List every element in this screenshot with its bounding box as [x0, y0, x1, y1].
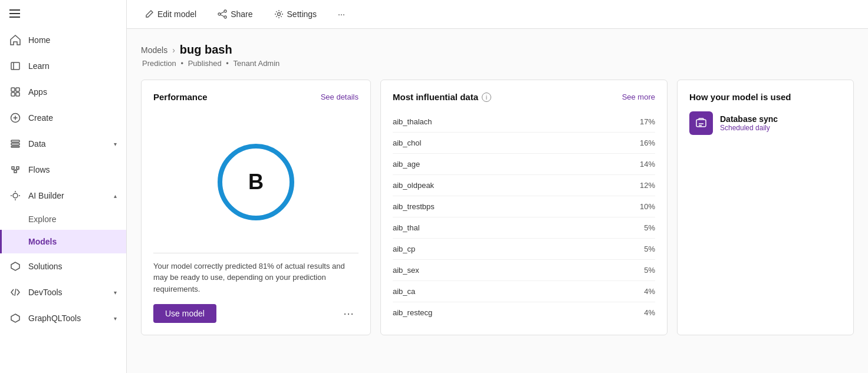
- graphqltools-icon: [9, 312, 21, 324]
- influential-list-item: aib_age 14%: [393, 154, 655, 175]
- flows-icon: [9, 164, 21, 176]
- sidebar-explore-label: Explore: [28, 214, 56, 224]
- influential-rows: aib_thalach 17% aib_chol 16% aib_age 14%…: [393, 111, 655, 323]
- sidebar-home-label: Home: [28, 35, 50, 45]
- sidebar-item-apps[interactable]: Apps: [0, 79, 126, 105]
- sidebar-ai-builder-label: AI Builder: [28, 191, 64, 200]
- subtitle-admin: Tenant Admin: [234, 59, 280, 68]
- data-icon: [9, 138, 21, 150]
- influential-card-header: Most influential data i See more: [393, 92, 655, 102]
- share-button[interactable]: Share: [214, 7, 256, 21]
- performance-card: Performance See details B Your model cor…: [141, 80, 371, 335]
- see-more-link[interactable]: See more: [622, 93, 655, 101]
- influential-item-name: aib_cp: [393, 245, 415, 253]
- sidebar-item-home[interactable]: Home: [0, 27, 126, 53]
- db-sync-label: Database sync: [720, 114, 778, 124]
- influential-item-pct: 16%: [640, 138, 655, 147]
- edit-icon: [144, 9, 154, 19]
- influential-item-pct: 4%: [644, 308, 655, 317]
- svg-point-12: [218, 13, 221, 15]
- svg-rect-3: [11, 93, 15, 96]
- sidebar-item-create[interactable]: Create: [0, 105, 126, 131]
- sidebar-item-devtools[interactable]: DevTools ▾: [0, 279, 126, 305]
- sidebar-solutions-label: Solutions: [28, 262, 63, 271]
- influential-list-item: aib_sex 5%: [393, 260, 655, 281]
- influential-item-name: aib_thalach: [393, 117, 432, 126]
- influential-item-pct: 4%: [644, 287, 655, 296]
- influential-item-name: aib_oldpeak: [393, 181, 434, 190]
- influential-list-item: aib_thalach 17%: [393, 111, 655, 133]
- svg-rect-4: [16, 93, 19, 96]
- settings-label: Settings: [287, 9, 317, 19]
- influential-list-item: aib_ca 4%: [393, 281, 655, 302]
- performance-more-options-button[interactable]: ⋯: [338, 305, 359, 322]
- sidebar-item-explore[interactable]: Explore: [0, 209, 126, 230]
- settings-button[interactable]: Settings: [271, 7, 321, 21]
- influential-item-pct: 14%: [640, 160, 655, 169]
- use-model-button[interactable]: Use model: [153, 304, 216, 323]
- influential-list-item: aib_oldpeak 12%: [393, 175, 655, 196]
- data-chevron-icon: ▾: [114, 141, 117, 147]
- cards-row: Performance See details B Your model cor…: [141, 80, 854, 335]
- edit-model-button[interactable]: Edit model: [141, 7, 200, 21]
- create-icon: [9, 112, 21, 124]
- page-subtitle: Prediction • Published • Tenant Admin: [141, 59, 854, 68]
- sidebar-devtools-label: DevTools: [28, 288, 63, 297]
- usage-card: How your model is used Database sync Sch…: [677, 80, 854, 335]
- db-sync-item[interactable]: Database sync Scheduled daily: [689, 111, 841, 135]
- subtitle-published: Published: [188, 59, 222, 68]
- influential-item-pct: 12%: [640, 181, 655, 190]
- influential-item-name: aib_ca: [393, 287, 415, 296]
- influential-item-pct: 10%: [640, 202, 655, 211]
- sidebar-item-ai-builder[interactable]: AI Builder ▴: [0, 183, 126, 209]
- more-options-toolbar-label: ···: [338, 9, 345, 19]
- hamburger-menu-icon[interactable]: [9, 9, 20, 18]
- sidebar-create-label: Create: [28, 113, 53, 123]
- more-options-dots: ⋯: [343, 308, 354, 319]
- svg-rect-2: [16, 88, 19, 91]
- breadcrumb-parent[interactable]: Models: [141, 45, 167, 55]
- main-content: Edit model Share Settings ··· Models: [127, 0, 868, 373]
- performance-card-title: Performance: [153, 92, 208, 102]
- sidebar-item-solutions[interactable]: Solutions: [0, 253, 126, 279]
- share-icon: [218, 9, 227, 19]
- performance-description: Your model correctly predicted 81% of ac…: [153, 253, 359, 295]
- svg-rect-8: [11, 146, 19, 147]
- influential-list-item: aib_cp 5%: [393, 239, 655, 260]
- learn-icon: [9, 60, 21, 72]
- influential-list-item: aib_trestbps 10%: [393, 196, 655, 217]
- sidebar-data-label: Data: [28, 139, 46, 148]
- influential-item-name: aib_restecg: [393, 308, 432, 317]
- sidebar-item-graphqltools[interactable]: GraphQLTools ▾: [0, 305, 126, 331]
- influential-item-pct: 5%: [644, 266, 655, 275]
- sidebar-item-data[interactable]: Data ▾: [0, 131, 126, 157]
- devtools-chevron-icon: ▾: [114, 289, 117, 296]
- svg-point-9: [13, 193, 18, 198]
- influential-item-pct: 17%: [640, 117, 655, 126]
- sidebar-flows-label: Flows: [28, 165, 50, 174]
- info-icon[interactable]: i: [482, 93, 491, 102]
- sidebar-item-models[interactable]: Models: [0, 230, 126, 253]
- influential-item-name: aib_trestbps: [393, 202, 435, 211]
- performance-circle-container: B: [153, 111, 359, 253]
- influential-item-name: aib_sex: [393, 266, 419, 275]
- influential-list-item: aib_chol 16%: [393, 133, 655, 154]
- performance-grade-circle: B: [218, 144, 294, 220]
- more-options-toolbar-button[interactable]: ···: [334, 7, 348, 21]
- sidebar-header: [0, 0, 126, 27]
- sidebar-models-label: Models: [28, 237, 57, 246]
- db-sync-sub: Scheduled daily: [720, 124, 778, 132]
- apps-icon: [9, 86, 21, 98]
- influential-item-name: aib_chol: [393, 138, 421, 147]
- ai-builder-chevron-icon: ▴: [114, 193, 117, 199]
- subtitle-prediction: Prediction: [142, 59, 176, 68]
- performance-card-header: Performance See details: [153, 92, 359, 102]
- influential-list-item: aib_restecg 4%: [393, 302, 655, 323]
- usage-card-title: How your model is used: [689, 92, 791, 102]
- sidebar-item-flows[interactable]: Flows: [0, 157, 126, 183]
- devtools-icon: [9, 286, 21, 298]
- see-details-link[interactable]: See details: [321, 93, 359, 101]
- sidebar: Home Learn Apps: [0, 0, 127, 373]
- sidebar-item-learn[interactable]: Learn: [0, 53, 126, 79]
- performance-grade: B: [248, 170, 264, 194]
